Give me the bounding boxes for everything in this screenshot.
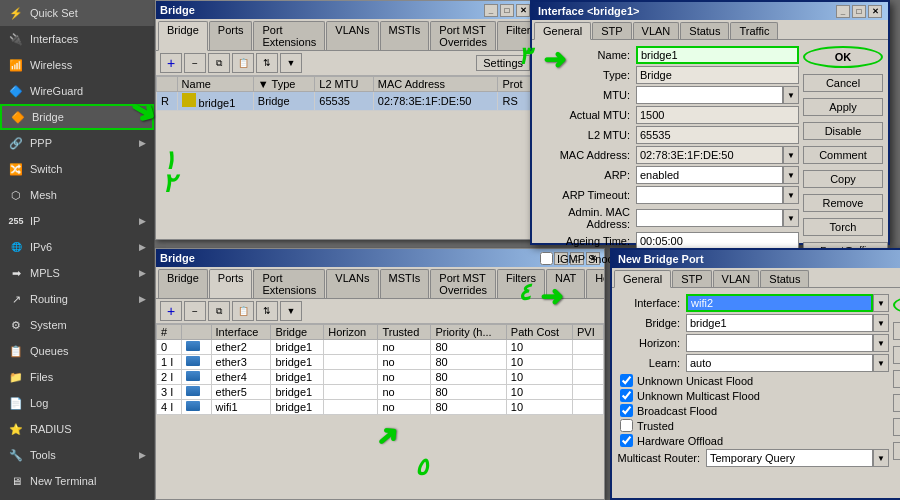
arp-dropdown[interactable]: ▼ <box>783 166 799 184</box>
table-row[interactable]: 4 I wifi1 bridge1 no 80 10 <box>157 400 604 415</box>
mac-input[interactable] <box>636 146 783 164</box>
bridge-window-maximize[interactable]: □ <box>500 4 514 17</box>
nbp-comment-btn[interactable]: Comment <box>893 394 900 412</box>
nbp-mc-router-dropdown[interactable]: ▼ <box>873 449 889 467</box>
bridge-copy-btn[interactable]: ⧉ <box>208 53 230 73</box>
mtu-input[interactable] <box>636 86 783 104</box>
arp-input[interactable] <box>636 166 783 184</box>
interface-remove-btn[interactable]: Remove <box>803 194 883 212</box>
interface-copy-btn[interactable]: Copy <box>803 170 883 188</box>
sidebar-item-interfaces[interactable]: 🔌 Interfaces <box>0 26 154 52</box>
nbp-learn-dropdown[interactable]: ▼ <box>873 354 889 372</box>
nbp-broadcast-checkbox[interactable] <box>620 404 633 417</box>
bp-tab-port-ext[interactable]: Port Extensions <box>253 269 325 298</box>
bridge-tab-vlans[interactable]: VLANs <box>326 21 378 50</box>
bp-sort-btn[interactable]: ⇅ <box>256 301 278 321</box>
mac-dropdown[interactable]: ▼ <box>783 146 799 164</box>
table-row[interactable]: 1 I ether3 bridge1 no 80 10 <box>157 355 604 370</box>
table-row[interactable]: R bridge1 Bridge 65535 02:78:3E:1F:DE:50… <box>157 92 534 111</box>
bp-add-btn[interactable]: + <box>160 301 182 321</box>
arp-timeout-dropdown[interactable]: ▼ <box>783 186 799 204</box>
col-mac[interactable]: MAC Address <box>373 77 498 92</box>
l2mtu-input[interactable] <box>636 126 799 144</box>
nbp-apply-btn[interactable]: Apply <box>893 346 900 364</box>
bp-filter-btn[interactable]: ▼ <box>280 301 302 321</box>
col-prot[interactable]: Prot <box>498 77 534 92</box>
col-num[interactable]: # <box>157 325 182 340</box>
interface-tab-general[interactable]: General <box>534 22 591 40</box>
interface-ok-btn[interactable]: OK <box>803 46 883 68</box>
sidebar-item-log[interactable]: 📄 Log <box>0 390 154 416</box>
sidebar-item-system[interactable]: ⚙ System <box>0 312 154 338</box>
col-trusted[interactable]: Trusted <box>378 325 431 340</box>
name-input[interactable] <box>636 46 799 64</box>
nbp-ok-btn[interactable]: OK <box>893 294 900 316</box>
nbp-tab-status[interactable]: Status <box>760 270 809 287</box>
bridge-remove-btn[interactable]: − <box>184 53 206 73</box>
bp-tab-ports[interactable]: Ports <box>209 269 253 299</box>
sidebar-item-ppp[interactable]: 🔗 PPP ▶ <box>0 130 154 156</box>
interface-dialog-close[interactable]: ✕ <box>868 5 882 18</box>
bp-tab-bridge[interactable]: Bridge <box>158 269 208 298</box>
sidebar-item-dot1x[interactable]: ■ Dot1X <box>0 494 154 500</box>
interface-dialog-minimize[interactable]: _ <box>836 5 850 18</box>
interface-torch-btn[interactable]: Torch <box>803 218 883 236</box>
col-name[interactable]: Name <box>177 77 253 92</box>
nbp-horizon-input[interactable] <box>686 334 873 352</box>
col-pathcost[interactable]: Path Cost <box>506 325 572 340</box>
col-pvi[interactable]: PVI <box>573 325 604 340</box>
col-interface[interactable]: Interface <box>211 325 271 340</box>
sidebar-item-switch[interactable]: 🔀 Switch <box>0 156 154 182</box>
bridge-paste-btn[interactable]: 📋 <box>232 53 254 73</box>
bridge-tab-ports[interactable]: Ports <box>209 21 253 50</box>
bridge-tab-port-ext[interactable]: Port Extensions <box>253 21 325 50</box>
bridge-tab-port-mst[interactable]: Port MST Overrides <box>430 21 496 50</box>
nbp-tab-stp[interactable]: STP <box>672 270 711 287</box>
sidebar-item-wireless[interactable]: 📶 Wireless <box>0 52 154 78</box>
nbp-mc-router-input[interactable] <box>706 449 873 467</box>
sidebar-item-wireguard[interactable]: 🔷 WireGuard <box>0 78 154 104</box>
col-l2mtu[interactable]: L2 MTU <box>315 77 374 92</box>
interface-apply-btn[interactable]: Apply <box>803 98 883 116</box>
bridge-window-close[interactable]: ✕ <box>516 4 530 17</box>
nbp-interface-dropdown[interactable]: ▼ <box>873 294 889 312</box>
bridge-filter-btn[interactable]: ▼ <box>280 53 302 73</box>
col-flag[interactable] <box>157 77 178 92</box>
nbp-horizon-dropdown[interactable]: ▼ <box>873 334 889 352</box>
sidebar-item-mesh[interactable]: ⬡ Mesh <box>0 182 154 208</box>
interface-tab-stp[interactable]: STP <box>592 22 631 39</box>
col-horizon[interactable]: Horizon <box>324 325 378 340</box>
table-row[interactable]: 0 ether2 bridge1 no 80 10 <box>157 340 604 355</box>
actual-mtu-input[interactable] <box>636 106 799 124</box>
bp-tab-mstis[interactable]: MSTIs <box>380 269 430 298</box>
sidebar-item-new-terminal[interactable]: 🖥 New Terminal <box>0 468 154 494</box>
interface-tab-vlan[interactable]: VLAN <box>633 22 680 39</box>
nbp-disable-btn[interactable]: Disable <box>893 370 900 388</box>
bp-paste-btn[interactable]: 📋 <box>232 301 254 321</box>
nbp-copy-btn[interactable]: Copy <box>893 418 900 436</box>
nbp-hw-offload-checkbox[interactable] <box>620 434 633 447</box>
table-row[interactable]: 2 I ether4 bridge1 no 80 10 <box>157 370 604 385</box>
bp-copy-btn[interactable]: ⧉ <box>208 301 230 321</box>
bridge-tab-bridge[interactable]: Bridge <box>158 21 208 51</box>
nbp-multicast-checkbox[interactable] <box>620 389 633 402</box>
nbp-interface-input[interactable] <box>686 294 873 312</box>
interface-tab-status[interactable]: Status <box>680 22 729 39</box>
admin-mac-input[interactable] <box>636 209 783 227</box>
nbp-cancel-btn[interactable]: Cancel <box>893 322 900 340</box>
nbp-tab-general[interactable]: General <box>614 270 671 288</box>
col-icon[interactable] <box>181 325 211 340</box>
bp-tab-port-mst[interactable]: Port MST Overrides <box>430 269 496 298</box>
table-row[interactable]: 3 I ether5 bridge1 no 80 10 <box>157 385 604 400</box>
bp-remove-btn[interactable]: − <box>184 301 206 321</box>
sidebar-item-quick-set[interactable]: ⚡ Quick Set <box>0 0 154 26</box>
interface-comment-btn[interactable]: Comment <box>803 146 883 164</box>
sidebar-item-tools[interactable]: 🔧 Tools ▶ <box>0 442 154 468</box>
col-type[interactable]: ▼ Type <box>253 77 315 92</box>
nbp-bridge-input[interactable] <box>686 314 873 332</box>
nbp-remove-btn[interactable]: Remove <box>893 442 900 460</box>
nbp-bridge-dropdown[interactable]: ▼ <box>873 314 889 332</box>
interface-cancel-btn[interactable]: Cancel <box>803 74 883 92</box>
bridge-window-minimize[interactable]: _ <box>484 4 498 17</box>
mtu-dropdown[interactable]: ▼ <box>783 86 799 104</box>
